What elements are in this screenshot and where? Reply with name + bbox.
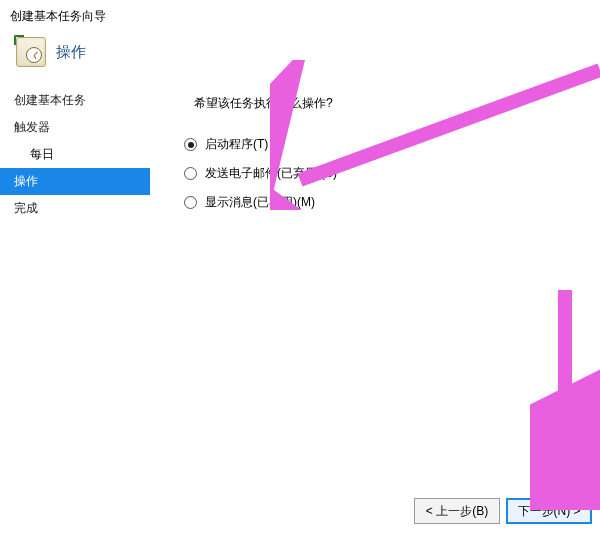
back-button[interactable]: < 上一步(B) — [414, 498, 500, 524]
title-bar: 创建基本任务向导 — [0, 0, 600, 29]
page-heading: 操作 — [56, 43, 86, 62]
body: 创建基本任务 触发器 每日 操作 完成 希望该任务执行什么操作? 启动程序(T)… — [0, 81, 600, 451]
step-create-basic-task[interactable]: 创建基本任务 — [0, 87, 150, 114]
next-button[interactable]: 下一步(N) > — [506, 498, 592, 524]
step-finish[interactable]: 完成 — [0, 195, 150, 222]
clock-icon — [16, 37, 46, 67]
subtitle-row: 操作 — [0, 29, 600, 81]
step-action[interactable]: 操作 — [0, 168, 150, 195]
option-send-email[interactable]: 发送电子邮件(已弃用)(S) — [184, 165, 584, 182]
action-question: 希望该任务执行什么操作? — [194, 95, 584, 112]
wizard-steps-sidebar: 创建基本任务 触发器 每日 操作 完成 — [0, 81, 150, 451]
window-title: 创建基本任务向导 — [10, 9, 106, 23]
wizard-window: 创建基本任务向导 操作 创建基本任务 触发器 每日 操作 完成 希望该任务执行什… — [0, 0, 600, 540]
radio-icon — [184, 167, 197, 180]
option-label: 发送电子邮件(已弃用)(S) — [205, 165, 337, 182]
wizard-footer: < 上一步(B) 下一步(N) > — [414, 488, 600, 540]
option-label: 显示消息(已弃用)(M) — [205, 194, 315, 211]
radio-icon — [184, 138, 197, 151]
content-pane: 希望该任务执行什么操作? 启动程序(T) 发送电子邮件(已弃用)(S) 显示消息… — [150, 81, 600, 451]
option-label: 启动程序(T) — [205, 136, 268, 153]
step-trigger-daily[interactable]: 每日 — [0, 141, 150, 168]
radio-icon — [184, 196, 197, 209]
option-start-program[interactable]: 启动程序(T) — [184, 136, 584, 153]
step-trigger[interactable]: 触发器 — [0, 114, 150, 141]
option-display-message[interactable]: 显示消息(已弃用)(M) — [184, 194, 584, 211]
